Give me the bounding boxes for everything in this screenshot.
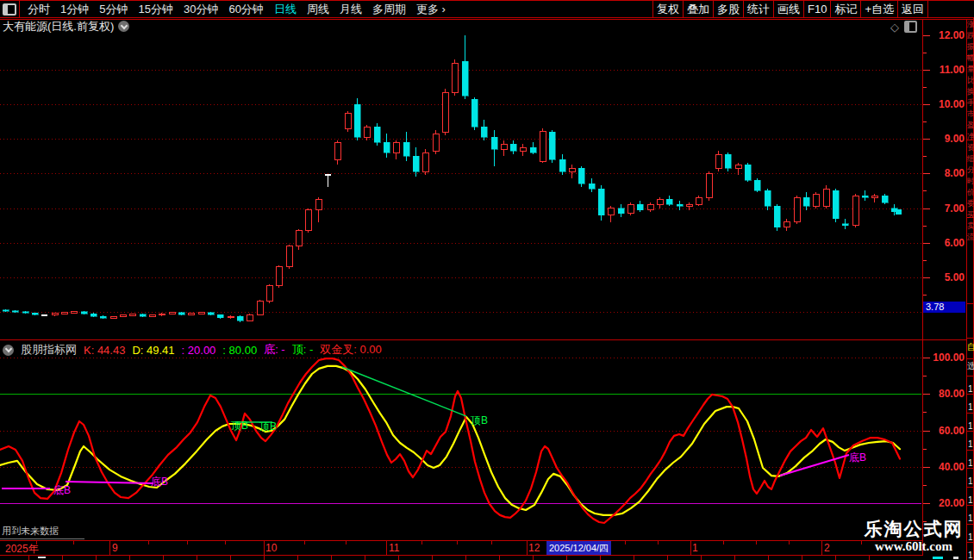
strip-char: 市 <box>967 109 974 120</box>
indicator-value: : 80.00 <box>222 344 257 357</box>
notice-underline <box>0 538 84 539</box>
app-window: 分时1分钟5分钟15分钟30分钟60分钟日线周线月线多周期更多 › 复权叠加多股… <box>0 0 974 560</box>
menu-item[interactable]: 15分钟 <box>133 2 178 17</box>
date-label: 10 <box>265 542 277 554</box>
indicator-value: K: 44.43 <box>84 344 125 357</box>
date-label: 9 <box>112 542 118 554</box>
strip-tab[interactable]: 选 <box>967 360 974 372</box>
price-axis-label: 5.00 <box>924 271 965 283</box>
toolbar-button[interactable]: 统计 <box>743 1 773 17</box>
date-label: 1 <box>692 542 698 554</box>
watermark-site-name: 乐淘公式网 <box>853 519 974 539</box>
strip-row-number[interactable]: 1 <box>968 495 973 505</box>
menu-item[interactable]: 多周期 <box>367 2 411 17</box>
price-axis-label: 8.00 <box>924 167 965 179</box>
right-side-strip[interactable]: 涨跌振幅量比换手市盈净资细分时价委买卖流自选1111111111 <box>967 19 974 560</box>
date-label: 11 <box>389 542 399 554</box>
strip-char: 细 <box>967 153 974 165</box>
strip-char: 涨 <box>967 19 974 30</box>
future-data-notice: 用到未来数据 <box>2 525 59 538</box>
menu-item[interactable]: 30分钟 <box>178 2 223 17</box>
indicator-header: 股朋指标网 K: 44.43D: 49.41: 20.00: 80.00底: -… <box>3 342 382 358</box>
menu-item[interactable]: 5分钟 <box>94 2 133 17</box>
strip-char: 振 <box>967 41 974 53</box>
toolbar-button[interactable]: 叠加 <box>683 1 713 17</box>
strip-row-number[interactable]: 1 <box>968 439 973 449</box>
indicator-value: : 20.00 <box>182 344 216 357</box>
svg-text:顶B: 顶B <box>230 420 248 432</box>
toolbar-button[interactable]: F10 <box>803 1 830 17</box>
price-axis-label: 7.00 <box>924 202 965 215</box>
strip-char: 盈 <box>967 120 974 131</box>
price-axis-label: 6.00 <box>924 237 965 249</box>
menu-item[interactable]: 日线 <box>269 2 302 17</box>
watermark-site-url: www.60lt.com <box>853 539 974 554</box>
date-label: 2 <box>824 542 830 554</box>
svg-text:底B: 底B <box>151 476 168 488</box>
price-axis-label: 12.00 <box>924 29 965 41</box>
price-axis-label: 9.00 <box>924 133 965 145</box>
menu-item[interactable]: 周线 <box>302 2 334 17</box>
menu-item[interactable]: 1分钟 <box>55 2 94 17</box>
date-label: 12 <box>528 542 540 554</box>
svg-text:顶B: 顶B <box>470 414 488 426</box>
kd-axis-label: 60.00 <box>924 425 965 437</box>
watermark: 乐淘公式网 www.60lt.com <box>853 519 974 554</box>
date-axis: 2025年 9101112122025/12/04/四 <box>0 541 922 555</box>
indicator-value: D: 49.41 <box>132 344 174 357</box>
strip-char: 手 <box>967 97 974 109</box>
svg-text:顶B: 顶B <box>259 420 277 432</box>
chart-corner-icons: ◇ <box>890 21 917 33</box>
price-tag: 3.78 <box>923 302 965 313</box>
svg-text:底B: 底B <box>849 451 866 464</box>
toolbar: 分时1分钟5分钟15分钟30分钟60分钟日线周线月线多周期更多 › 复权叠加多股… <box>0 0 974 18</box>
strip-row-number[interactable]: 1 <box>968 476 973 486</box>
menu-item[interactable]: 60分钟 <box>223 2 268 17</box>
strip-char: 量 <box>967 64 974 75</box>
toolbar-button[interactable]: 画线 <box>773 1 803 17</box>
menu-item[interactable]: 分时 <box>22 2 55 17</box>
strip-row-number[interactable]: 1 <box>968 458 973 468</box>
chart-canvas[interactable]: 底B底B顶B顶B顶B底B <box>0 0 974 560</box>
strip-row-number[interactable]: 1 <box>968 402 973 412</box>
kd-axis-label: 100.00 <box>924 352 965 364</box>
strip-char: 买 <box>967 209 974 221</box>
date-label-year: 2025年 <box>5 542 39 557</box>
strip-char: 委 <box>967 198 974 209</box>
toolbar-button[interactable]: 多股 <box>713 1 743 17</box>
kd-axis-label: 80.00 <box>924 388 965 400</box>
menu-item[interactable]: 月线 <box>334 2 367 17</box>
kd-axis-label: 40.00 <box>924 461 965 473</box>
toolbar-button[interactable]: 返回 <box>897 1 927 17</box>
price-axis-label: 10.00 <box>924 98 965 110</box>
strip-char: 分 <box>967 165 974 176</box>
strip-char: 换 <box>967 86 974 97</box>
strip-char: 跌 <box>967 30 974 41</box>
toolbar-button[interactable]: +自选 <box>860 1 897 17</box>
indicator-name: 股朋指标网 <box>21 342 77 358</box>
strip-char: 幅 <box>967 53 974 64</box>
kd-axis-label: 20.00 <box>924 497 965 509</box>
toolbar-right-buttons: 复权叠加多股统计画线F10标记+自选返回 <box>652 1 928 17</box>
strip-char: 价 <box>967 187 974 198</box>
toolbar-button[interactable]: 标记 <box>830 1 860 17</box>
strip-char: 时 <box>967 176 974 187</box>
strip-row-number[interactable]: 1 <box>968 384 973 394</box>
selected-date[interactable]: 2025/12/04/四 <box>546 541 611 555</box>
sidebar-toggle-icon[interactable] <box>0 1 20 17</box>
strip-char: 资 <box>967 142 974 153</box>
collapse-chevron-icon[interactable] <box>118 21 129 32</box>
period-menu: 分时1分钟5分钟15分钟30分钟60分钟日线周线月线多周期更多 › <box>22 1 451 17</box>
strip-char: 流 <box>967 232 974 243</box>
strip-tab[interactable]: 自 <box>967 341 974 353</box>
svg-text:底B: 底B <box>53 484 71 496</box>
stock-title: 大有能源(日线.前复权) <box>3 19 114 34</box>
indicator-value: 顶: - <box>292 342 314 358</box>
diamond-icon[interactable]: ◇ <box>890 22 899 33</box>
menu-item[interactable]: 更多 › <box>411 2 451 17</box>
strip-row-number[interactable]: 1 <box>968 421 973 431</box>
toolbar-button[interactable]: 复权 <box>652 1 683 17</box>
indicator-collapse-icon[interactable] <box>3 345 14 356</box>
strip-char: 比 <box>967 75 974 86</box>
pane-layout-icon[interactable] <box>904 21 917 33</box>
